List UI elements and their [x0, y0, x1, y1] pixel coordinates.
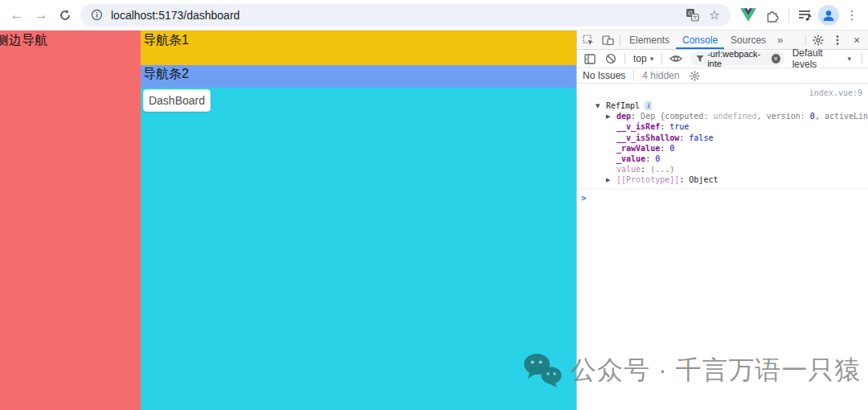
tab-elements[interactable]: Elements: [623, 31, 676, 49]
extensions-icon[interactable]: [761, 4, 784, 27]
console-token: 0: [669, 144, 674, 153]
console-token: Object: [689, 175, 718, 184]
tabbar-divider: [620, 35, 620, 46]
sidebar-label: 侧边导航: [0, 32, 141, 49]
filter-clear-icon[interactable]: ×: [772, 54, 780, 64]
console-line: value: (...): [577, 164, 868, 174]
reload-button[interactable]: [53, 3, 77, 27]
console-line[interactable]: ▼RefImpli: [577, 100, 868, 111]
address-bar[interactable]: localhost:5173/dashboard G 文 ☆: [80, 4, 731, 27]
expand-arrow-icon[interactable]: ▶: [606, 175, 616, 185]
console-token: true: [669, 122, 689, 131]
devtools-close-icon[interactable]: ×: [847, 31, 866, 49]
console-token: value: [616, 165, 641, 174]
console-token: __v_isRef: [616, 122, 660, 131]
log-levels-label: Default levels: [792, 47, 845, 70]
vue-devtools-icon[interactable]: [737, 4, 760, 27]
console-line: __v_isShallow: false: [577, 133, 868, 143]
expand-arrow-icon[interactable]: ▶: [606, 112, 616, 121]
source-link[interactable]: index.vue:9: [809, 88, 862, 97]
bookmark-star-icon[interactable]: ☆: [706, 7, 723, 23]
console-tree: ▼RefImpli▶dep: Dep {computed: undefined,…: [577, 100, 868, 186]
devtools-menu-icon[interactable]: [828, 31, 847, 49]
console-line: _rawValue: 0: [577, 143, 868, 154]
console-token: _rawValue: [616, 144, 660, 153]
console-token: :: [660, 122, 669, 131]
media-controls-icon[interactable]: [794, 4, 817, 27]
console-prompt-row[interactable]: >: [577, 190, 868, 203]
url-text[interactable]: localhost:5173/dashboard: [111, 9, 678, 22]
chevron-down-icon: ▾: [847, 55, 851, 63]
toolbar-divider: [661, 53, 662, 64]
console-token: , activeLink:: [815, 112, 868, 121]
web-page: 侧边导航 导航条1 导航条2 DashBoard: [0, 31, 576, 410]
console-token: __v_isShallow: [616, 133, 679, 142]
collapse-arrow-icon[interactable]: ▼: [596, 101, 606, 111]
context-label: top: [633, 53, 647, 64]
console-token: (...): [650, 165, 674, 174]
console-line[interactable]: ▶dep: Dep {computed: undefined, version:…: [577, 111, 868, 121]
inspect-element-icon[interactable]: [579, 31, 598, 49]
toolbar-divider: [624, 53, 625, 64]
console-token: undefined: [713, 112, 756, 121]
filter-text: -url:webpack-inte: [707, 49, 768, 68]
console-line: _value: 0: [577, 154, 868, 164]
tab-sources[interactable]: Sources: [724, 31, 772, 49]
site-info-icon[interactable]: [88, 7, 104, 23]
device-toolbar-icon[interactable]: [598, 31, 617, 49]
screenshot-stage: ← → localhost:5173/dashboard G: [0, 0, 868, 410]
issues-counter[interactable]: No Issues: [583, 70, 625, 81]
main-area: DashBoard: [141, 88, 576, 410]
console-token: :: [660, 144, 669, 153]
profile-avatar[interactable]: [818, 5, 839, 26]
svg-text:文: 文: [692, 14, 698, 20]
devtools-settings-icon[interactable]: [809, 31, 828, 49]
console-filter-pill[interactable]: -url:webpack-inte ×: [690, 51, 784, 66]
console-token: false: [689, 133, 713, 142]
page-content: 导航条1 导航条2 DashBoard: [141, 31, 576, 410]
toolbar-divider: [788, 8, 789, 23]
browser-toolbar: ← → localhost:5173/dashboard G: [0, 0, 868, 31]
hidden-settings-gear-icon[interactable]: [685, 67, 704, 84]
console-prompt-chevron: >: [581, 193, 587, 203]
console-sidebar-icon[interactable]: [580, 50, 600, 68]
log-levels-dropdown[interactable]: Default levels ▾: [786, 47, 858, 70]
navbar-2: 导航条2: [141, 65, 576, 88]
context-selector[interactable]: top ▾: [629, 53, 657, 64]
console-token: _value: [616, 154, 645, 163]
navbar-1: 导航条1: [141, 31, 576, 65]
console-token: 0: [655, 154, 660, 163]
console-line: __v_isRef: true: [577, 121, 868, 132]
console-token: RefImpl: [606, 101, 640, 110]
chevron-down-icon: ▾: [650, 55, 654, 63]
back-button[interactable]: ←: [5, 3, 29, 27]
clear-console-icon[interactable]: [601, 50, 620, 68]
console-token: Dep: [641, 112, 660, 121]
reload-icon: [59, 9, 72, 22]
tab-console[interactable]: Console: [676, 31, 724, 49]
status-divider: [633, 70, 634, 81]
console-toolbar: top ▾ -url:webpack-inte × Default levels…: [577, 50, 868, 68]
console-token: {computed:: [660, 112, 713, 121]
console-token: :: [631, 112, 641, 121]
sidebar-nav: 侧边导航: [0, 31, 141, 410]
devtools-panel: Elements Console Sources »: [576, 31, 868, 410]
browser-menu-icon[interactable]: ⋮: [841, 4, 863, 27]
vue-formatter-info-badge[interactable]: i: [645, 101, 652, 110]
console-token: :: [641, 165, 650, 174]
console-statusbar: No Issues 4 hidden: [577, 68, 868, 84]
console-token: :: [645, 154, 655, 163]
console-line[interactable]: ▶[[Prototype]]: Object: [577, 174, 868, 185]
console-message: index.vue:9 ▼RefImpli▶dep: Dep {computed…: [577, 84, 868, 190]
console-token: , version:: [757, 112, 810, 121]
forward-button[interactable]: →: [29, 3, 53, 27]
console-token: [[Prototype]]: [616, 175, 679, 184]
console-token: :: [679, 133, 689, 142]
translate-icon[interactable]: G 文: [684, 7, 700, 23]
more-tabs-button[interactable]: »: [772, 34, 788, 46]
live-expression-eye-icon[interactable]: [666, 50, 686, 68]
dashboard-button[interactable]: DashBoard: [143, 89, 211, 112]
console-token: dep: [616, 112, 631, 121]
filter-funnel-icon: [696, 55, 704, 63]
hidden-messages-count: 4 hidden: [642, 70, 679, 81]
